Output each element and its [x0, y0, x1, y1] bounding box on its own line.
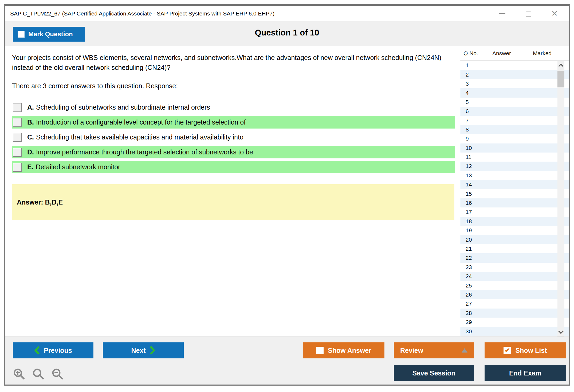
chevron-right-icon — [150, 346, 155, 354]
show-answer-checkbox[interactable] — [316, 347, 324, 354]
close-button[interactable]: ✕ — [551, 10, 559, 18]
save-session-label: Save Session — [412, 369, 455, 377]
option-row-a[interactable]: A.Scheduling of subnetworks and subordin… — [12, 101, 455, 114]
question-number: 5 — [466, 99, 469, 105]
question-number: 21 — [466, 246, 472, 252]
question-number: 19 — [466, 227, 472, 234]
question-list-row[interactable]: 26 — [460, 290, 569, 299]
option-row-c[interactable]: C.Scheduling that takes available capaci… — [12, 131, 455, 143]
question-list-row[interactable]: 30 — [460, 327, 569, 336]
show-list-checkbox[interactable]: ✔ — [504, 347, 511, 354]
main-area: Your projects consist of WBS elements, s… — [5, 46, 569, 337]
question-list-row[interactable]: 8 — [460, 125, 569, 134]
question-list-row[interactable]: 17 — [460, 207, 569, 217]
option-b-checkbox[interactable] — [13, 118, 22, 127]
question-number: 13 — [466, 172, 472, 179]
question-list-row[interactable]: 23 — [460, 263, 569, 272]
question-list-row[interactable]: 9 — [460, 134, 569, 143]
show-answer-button[interactable]: Show Answer — [303, 342, 384, 358]
question-list-row[interactable]: 6 — [460, 107, 569, 116]
next-label: Next — [131, 347, 146, 354]
question-number: 30 — [466, 328, 472, 335]
option-row-e[interactable]: E.Detailed subnetwork monitor — [12, 161, 455, 173]
question-number: 10 — [466, 145, 472, 151]
question-list-row[interactable]: 10 — [460, 143, 569, 153]
end-exam-button[interactable]: End Exam — [485, 365, 566, 381]
option-a-checkbox[interactable] — [13, 103, 22, 112]
scroll-up-button[interactable] — [557, 61, 564, 69]
end-exam-label: End Exam — [509, 369, 541, 377]
question-number: 17 — [466, 209, 472, 215]
chevron-up-icon — [558, 63, 564, 69]
window-controls: ✕ — [498, 6, 559, 21]
question-number: 1 — [466, 62, 469, 69]
question-list-row[interactable]: 19 — [460, 226, 569, 235]
question-list-body: 1234567891011121314151617181920212223242… — [460, 61, 569, 337]
screen: SAP C_TPLM22_67 (SAP Certified Applicati… — [0, 0, 574, 392]
question-number: 12 — [466, 163, 472, 169]
question-list-row[interactable]: 13 — [460, 171, 569, 180]
previous-label: Previous — [44, 347, 72, 354]
column-marked: Marked — [533, 50, 552, 57]
bottom-bar: Previous Next Show Answer Review ✔ Show … — [5, 337, 569, 385]
question-list-row[interactable]: 15 — [460, 189, 569, 198]
previous-button[interactable]: Previous — [13, 342, 93, 358]
header-strip: Mark Question Question 1 of 10 — [5, 21, 569, 46]
question-list-row[interactable]: 5 — [460, 98, 569, 107]
scrollbar-thumb[interactable] — [557, 71, 564, 87]
question-number: 16 — [466, 200, 472, 206]
column-answer: Answer — [492, 50, 511, 57]
triangle-up-icon — [462, 348, 467, 353]
question-list-row[interactable]: 12 — [460, 162, 569, 171]
question-list-row[interactable]: 20 — [460, 235, 569, 244]
maximize-button[interactable] — [524, 10, 532, 18]
question-list-row[interactable]: 25 — [460, 281, 569, 290]
minimize-button[interactable] — [498, 10, 506, 18]
question-list-row[interactable]: 21 — [460, 244, 569, 253]
question-list-row[interactable]: 11 — [460, 153, 569, 162]
question-number: 9 — [466, 135, 469, 142]
question-list-row[interactable]: 24 — [460, 272, 569, 281]
question-list-row[interactable]: 27 — [460, 299, 569, 308]
checkmark-icon: ✔ — [505, 347, 510, 354]
question-number: 25 — [466, 282, 472, 289]
question-number: 8 — [466, 126, 469, 133]
zoom-reset-icon[interactable] — [32, 368, 45, 381]
question-list-row[interactable]: 18 — [460, 217, 569, 226]
scroll-down-button[interactable] — [557, 328, 564, 336]
question-number: 3 — [466, 81, 469, 87]
question-list-row[interactable]: 1 — [460, 61, 569, 70]
question-list-row[interactable]: 3 — [460, 79, 569, 88]
question-list-row[interactable]: 29 — [460, 318, 569, 327]
option-a-letter: A. — [27, 103, 34, 111]
answer-key-box: Answer: B,D,E — [12, 184, 454, 220]
question-list-row[interactable]: 16 — [460, 198, 569, 207]
question-number: 26 — [466, 291, 472, 298]
save-session-button[interactable]: Save Session — [394, 365, 474, 381]
option-d-checkbox[interactable] — [13, 148, 22, 157]
question-number: 6 — [466, 108, 469, 114]
option-c-checkbox[interactable] — [13, 133, 22, 142]
question-number: 28 — [466, 310, 472, 316]
question-list-row[interactable]: 28 — [460, 309, 569, 318]
question-list-row[interactable]: 2 — [460, 70, 569, 79]
option-row-b[interactable]: B.Introduction of a configurable level c… — [12, 116, 455, 129]
question-list-row[interactable]: 7 — [460, 116, 569, 125]
zoom-in-icon[interactable] — [13, 368, 26, 381]
option-a-text: Scheduling of subnetworks and subordinat… — [36, 103, 210, 111]
option-e-text: Detailed subnetwork monitor — [36, 163, 120, 171]
question-list-scrollbar[interactable] — [557, 61, 564, 337]
question-list-row[interactable]: 14 — [460, 180, 569, 189]
review-label: Review — [400, 347, 423, 354]
question-list-row[interactable]: 4 — [460, 88, 569, 97]
review-button[interactable]: Review — [394, 342, 474, 358]
option-row-d[interactable]: D.Improve performance through the target… — [12, 146, 455, 158]
show-list-button[interactable]: ✔ Show List — [485, 342, 566, 358]
question-list-header: Q No. Answer Marked — [460, 46, 569, 61]
question-number: 18 — [466, 218, 472, 225]
next-button[interactable]: Next — [103, 342, 184, 358]
option-e-checkbox[interactable] — [13, 163, 22, 172]
zoom-out-icon[interactable] — [51, 368, 64, 381]
question-number: 29 — [466, 319, 472, 325]
question-list-row[interactable]: 22 — [460, 253, 569, 262]
